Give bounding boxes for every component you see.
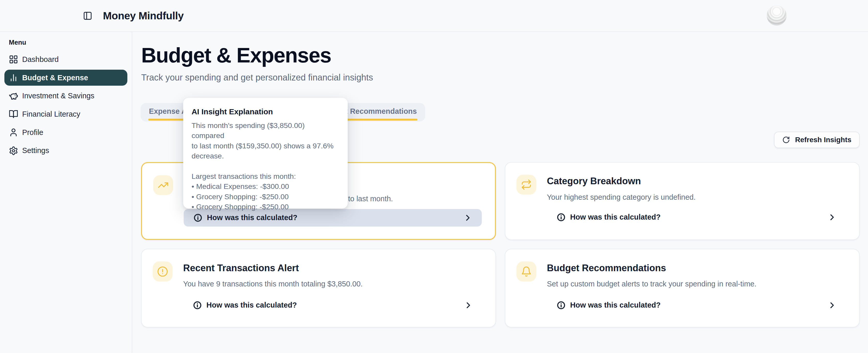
sidebar-item-investment-savings[interactable]: Investment & Savings [4,88,127,104]
sidebar: Menu Dashboard Budget & Expense Investme… [0,32,132,353]
sidebar-item-label: Financial Literacy [22,110,80,118]
how-calculated-button[interactable]: How was this calculated? [547,296,846,314]
popover-title: AI Insight Explanation [191,107,339,116]
popover-body: This month's spending ($3,850.00) compar… [191,120,339,212]
sidebar-item-settings[interactable]: Settings [4,143,127,159]
user-icon [9,128,18,137]
how-calculated-button[interactable]: How was this calculated? [547,209,846,226]
refresh-insights-button[interactable]: Refresh Insights [774,132,860,148]
ai-insight-popover: AI Insight Explanation This month's spen… [183,98,347,209]
sidebar-toggle-button[interactable] [83,11,92,21]
chevron-right-icon [464,302,472,309]
sidebar-item-label: Dashboard [22,55,59,64]
sidebar-item-dashboard[interactable]: Dashboard [4,51,127,67]
sidebar-item-label: Profile [22,128,43,137]
bar-chart-icon [9,73,18,82]
card-title: Budget Recommendations [547,263,666,274]
info-icon [193,301,202,309]
sidebar-item-budget-expense[interactable]: Budget & Expense [4,70,127,86]
card-recent-transactions-alert: Recent Transactions Alert You have 9 tra… [141,249,496,327]
how-calculated-button[interactable]: How was this calculated? [183,296,482,314]
book-open-icon [9,109,18,119]
sidebar-item-label: Budget & Expense [22,74,88,82]
piggy-bank-icon [9,91,18,101]
page-title: Budget & Expenses [141,43,331,67]
trending-up-icon [153,175,173,195]
sidebar-item-label: Settings [22,146,49,155]
info-icon [194,214,202,222]
how-calculated-label: How was this calculated? [570,301,660,309]
refresh-insights-label: Refresh Insights [795,136,851,144]
how-calculated-label: How was this calculated? [207,213,297,222]
card-description: Your highest spending category is undefi… [547,193,696,202]
profile-avatar[interactable] [767,5,786,25]
card-budget-recommendations: Budget Recommendations Set up custom bud… [505,249,860,327]
repeat-icon [517,175,536,195]
sidebar-item-profile[interactable]: Profile [4,125,127,140]
dashboard-icon [9,55,18,64]
bell-icon [517,261,536,281]
sidebar-section-label: Menu [9,39,26,46]
info-icon [557,213,565,221]
chevron-right-icon [828,302,836,309]
card-description: to last month. [348,195,393,203]
sidebar-item-label: Investment & Savings [22,92,95,100]
chevron-right-icon [464,214,472,222]
card-title: Category Breakdown [547,176,641,186]
panel-left-icon [83,11,92,21]
gear-icon [9,146,18,155]
card-description: You have 9 transactions this month total… [183,280,363,288]
alert-circle-icon [153,261,173,281]
top-header: Money Mindfully [0,0,868,32]
refresh-icon [782,136,790,144]
card-title: Recent Transactions Alert [183,263,299,274]
how-calculated-label: How was this calculated? [207,301,297,309]
app-title: Money Mindfully [103,0,184,32]
chevron-right-icon [828,213,836,221]
card-category-breakdown: Category Breakdown Your highest spending… [505,162,860,240]
how-calculated-label: How was this calculated? [570,213,660,221]
page-subtitle: Track your spending and get personalized… [141,72,373,82]
card-description: Set up custom budget alerts to track you… [547,280,756,288]
info-icon [557,301,565,309]
sidebar-item-financial-literacy[interactable]: Financial Literacy [4,106,127,122]
sidebar-nav: Dashboard Budget & Expense Investment & … [0,51,132,159]
